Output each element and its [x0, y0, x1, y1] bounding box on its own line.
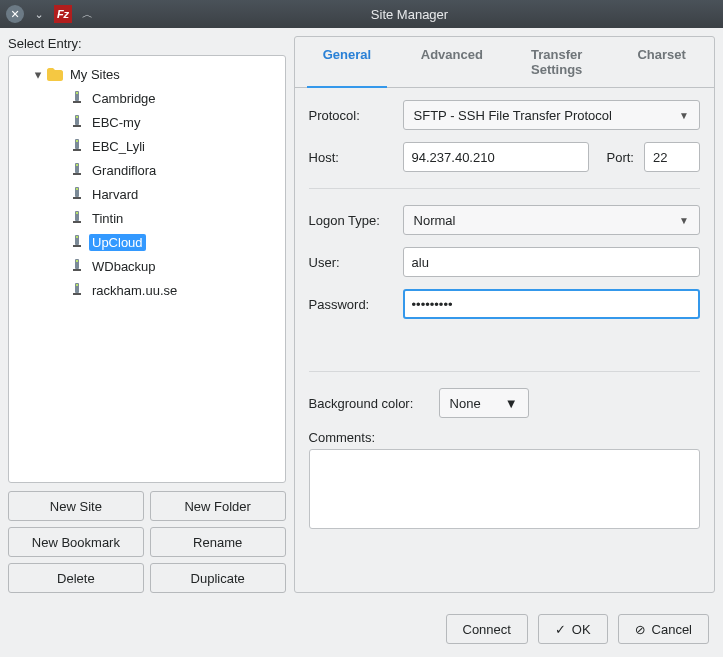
svg-rect-19 — [76, 236, 78, 238]
tab-transfer-settings[interactable]: Transfer Settings — [504, 37, 609, 87]
protocol-label: Protocol: — [309, 108, 393, 123]
window-title: Site Manager — [102, 7, 717, 22]
tree-root-label: My Sites — [67, 66, 123, 83]
new-site-button[interactable]: New Site — [8, 491, 144, 521]
titlebar: ✕ ⌄ Fz ︿ Site Manager — [0, 0, 723, 28]
tab-bar: General Advanced Transfer Settings Chars… — [295, 37, 714, 88]
server-icon — [69, 259, 85, 273]
svg-rect-4 — [76, 116, 78, 118]
folder-icon — [47, 67, 63, 81]
svg-rect-14 — [73, 197, 81, 199]
site-label: EBC-my — [89, 114, 143, 131]
divider — [309, 371, 700, 372]
divider — [309, 188, 700, 189]
server-icon — [69, 187, 85, 201]
server-icon — [69, 211, 85, 225]
site-label: Cambridge — [89, 90, 159, 107]
prohibit-icon: ⊘ — [635, 622, 646, 637]
expand-toggle-icon[interactable]: ▾ — [33, 67, 43, 82]
server-icon — [69, 235, 85, 249]
host-label: Host: — [309, 150, 393, 165]
svg-rect-11 — [73, 173, 81, 175]
select-entry-label: Select Entry: — [8, 36, 286, 51]
new-folder-button[interactable]: New Folder — [150, 491, 286, 521]
delete-button[interactable]: Delete — [8, 563, 144, 593]
svg-rect-10 — [76, 164, 78, 166]
site-label: EBC_Lyli — [89, 138, 148, 155]
site-label: WDbackup — [89, 258, 159, 275]
chevron-down-icon[interactable]: ⌄ — [30, 5, 48, 23]
server-icon — [69, 115, 85, 129]
svg-rect-26 — [73, 293, 81, 295]
user-input[interactable] — [403, 247, 700, 277]
site-label: Tintin — [89, 210, 126, 227]
cancel-button[interactable]: ⊘Cancel — [618, 614, 709, 644]
tree-root[interactable]: ▾ My Sites — [13, 62, 281, 86]
logon-type-select[interactable]: Normal ▼ — [403, 205, 700, 235]
site-entry[interactable]: rackham.uu.se — [13, 278, 281, 302]
svg-rect-25 — [76, 284, 78, 286]
chevron-down-icon: ▼ — [505, 396, 518, 411]
chevron-down-icon: ▼ — [679, 110, 689, 121]
rename-button[interactable]: Rename — [150, 527, 286, 557]
tab-advanced[interactable]: Advanced — [399, 37, 504, 87]
port-input[interactable] — [644, 142, 700, 172]
svg-rect-7 — [76, 140, 78, 142]
site-label: Harvard — [89, 186, 141, 203]
svg-rect-16 — [76, 212, 78, 214]
ok-button[interactable]: ✓OK — [538, 614, 608, 644]
port-label: Port: — [607, 150, 634, 165]
svg-rect-20 — [73, 245, 81, 247]
connect-button[interactable]: Connect — [446, 614, 528, 644]
site-entry[interactable]: Harvard — [13, 182, 281, 206]
svg-rect-13 — [76, 188, 78, 190]
close-icon[interactable]: ✕ — [6, 5, 24, 23]
site-entry[interactable]: Grandiflora — [13, 158, 281, 182]
check-icon: ✓ — [555, 622, 566, 637]
svg-rect-8 — [73, 149, 81, 151]
site-entry[interactable]: Tintin — [13, 206, 281, 230]
comments-textarea[interactable] — [309, 449, 700, 529]
svg-rect-23 — [73, 269, 81, 271]
site-tree[interactable]: ▾ My Sites CambridgeEBC-myEBC_LyliGrandi… — [8, 55, 286, 483]
site-entry[interactable]: WDbackup — [13, 254, 281, 278]
logon-type-label: Logon Type: — [309, 213, 393, 228]
server-icon — [69, 283, 85, 297]
tab-general[interactable]: General — [295, 37, 400, 87]
duplicate-button[interactable]: Duplicate — [150, 563, 286, 593]
bgcolor-select[interactable]: None ▼ — [439, 388, 529, 418]
user-label: User: — [309, 255, 393, 270]
tab-charset[interactable]: Charset — [609, 37, 714, 87]
new-bookmark-button[interactable]: New Bookmark — [8, 527, 144, 557]
protocol-select[interactable]: SFTP - SSH File Transfer Protocol ▼ — [403, 100, 700, 130]
svg-rect-1 — [76, 92, 78, 94]
site-entry[interactable]: EBC-my — [13, 110, 281, 134]
site-label: rackham.uu.se — [89, 282, 180, 299]
server-icon — [69, 91, 85, 105]
chevron-up-icon[interactable]: ︿ — [78, 5, 96, 23]
app-icon: Fz — [54, 5, 72, 23]
bgcolor-value: None — [450, 396, 481, 411]
server-icon — [69, 163, 85, 177]
site-label: Grandiflora — [89, 162, 159, 179]
host-input[interactable] — [403, 142, 589, 172]
dialog-footer: Connect ✓OK ⊘Cancel — [0, 601, 723, 657]
site-entry[interactable]: UpCloud — [13, 230, 281, 254]
site-entry[interactable]: EBC_Lyli — [13, 134, 281, 158]
site-label: UpCloud — [89, 234, 146, 251]
comments-label: Comments: — [309, 430, 700, 445]
svg-rect-5 — [73, 125, 81, 127]
chevron-down-icon: ▼ — [679, 215, 689, 226]
password-input[interactable] — [403, 289, 700, 319]
server-icon — [69, 139, 85, 153]
password-label: Password: — [309, 297, 393, 312]
svg-rect-22 — [76, 260, 78, 262]
logon-type-value: Normal — [414, 213, 456, 228]
svg-rect-2 — [73, 101, 81, 103]
svg-rect-17 — [73, 221, 81, 223]
protocol-value: SFTP - SSH File Transfer Protocol — [414, 108, 612, 123]
site-entry[interactable]: Cambridge — [13, 86, 281, 110]
bgcolor-label: Background color: — [309, 396, 429, 411]
